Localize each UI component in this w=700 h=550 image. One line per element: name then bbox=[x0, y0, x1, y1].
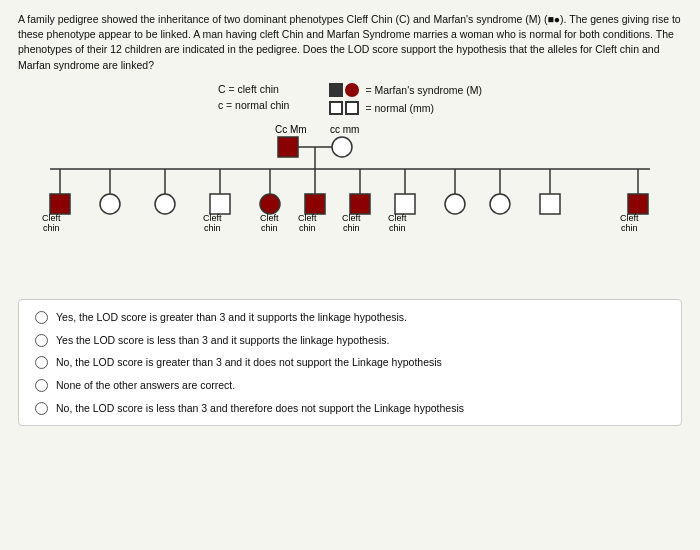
child-4-label-1: Cleft bbox=[260, 213, 279, 223]
legend-right: = Marfan's syndrome (M) = normal (mm) bbox=[329, 83, 482, 115]
intro-paragraph: A family pedigree showed the inheritance… bbox=[18, 12, 682, 73]
child-3-label-1: Cleft bbox=[203, 213, 222, 223]
child-11-label-2: chin bbox=[621, 223, 638, 233]
choice-5[interactable]: No, the LOD score is less than 3 and the… bbox=[35, 401, 665, 416]
legend-normal: = normal (mm) bbox=[329, 101, 482, 115]
child-4-symbol bbox=[260, 194, 280, 214]
child-2-symbol bbox=[155, 194, 175, 214]
child-4-label-2: chin bbox=[261, 223, 278, 233]
radio-3[interactable] bbox=[35, 356, 48, 369]
child-0-label-1: Cleft bbox=[42, 213, 61, 223]
legend-area: C = cleft chin c = normal chin = Marfan'… bbox=[18, 83, 682, 115]
child-10-symbol bbox=[540, 194, 560, 214]
normal-symbols bbox=[329, 101, 359, 115]
pedigree-diagram: Cc Mm cc mm Cleft chin bbox=[18, 119, 682, 289]
child-8-symbol bbox=[445, 194, 465, 214]
choice-3[interactable]: No, the LOD score is greater than 3 and … bbox=[35, 355, 665, 370]
legend-c-upper: C = cleft chin bbox=[218, 83, 290, 95]
child-3-label-2: chin bbox=[204, 223, 221, 233]
child-3-symbol bbox=[210, 194, 230, 214]
choice-2-text: Yes the LOD score is less than 3 and it … bbox=[56, 333, 389, 348]
child-1-symbol bbox=[100, 194, 120, 214]
child-5-symbol bbox=[305, 194, 325, 214]
normal-square2-icon bbox=[345, 101, 359, 115]
legend-marfan: = Marfan's syndrome (M) bbox=[329, 83, 482, 97]
choice-3-text: No, the LOD score is greater than 3 and … bbox=[56, 355, 442, 370]
child-7-symbol bbox=[395, 194, 415, 214]
mother-symbol bbox=[332, 137, 352, 157]
normal-square-icon bbox=[329, 101, 343, 115]
child-11-label-1: Cleft bbox=[620, 213, 639, 223]
choice-2[interactable]: Yes the LOD score is less than 3 and it … bbox=[35, 333, 665, 348]
father-genotype-label: Cc Mm bbox=[275, 124, 307, 135]
child-6-label-2: chin bbox=[343, 223, 360, 233]
radio-5[interactable] bbox=[35, 402, 48, 415]
child-5-label-2: chin bbox=[299, 223, 316, 233]
marfan-circle-icon bbox=[345, 83, 359, 97]
father-symbol bbox=[278, 137, 298, 157]
choice-1[interactable]: Yes, the LOD score is greater than 3 and… bbox=[35, 310, 665, 325]
mother-genotype-label: cc mm bbox=[330, 124, 359, 135]
choice-4-text: None of the other answers are correct. bbox=[56, 378, 235, 393]
child-0-label-2: chin bbox=[43, 223, 60, 233]
answer-choices: Yes, the LOD score is greater than 3 and… bbox=[18, 299, 682, 426]
legend-c-lower: c = normal chin bbox=[218, 99, 290, 111]
child-6-symbol bbox=[350, 194, 370, 214]
radio-2[interactable] bbox=[35, 334, 48, 347]
choice-5-text: No, the LOD score is less than 3 and the… bbox=[56, 401, 464, 416]
radio-4[interactable] bbox=[35, 379, 48, 392]
child-7-label-2: chin bbox=[389, 223, 406, 233]
legend-c-lower-text: c = normal chin bbox=[218, 99, 290, 111]
page: A family pedigree showed the inheritance… bbox=[0, 0, 700, 550]
child-5-label-1: Cleft bbox=[298, 213, 317, 223]
legend-left: C = cleft chin c = normal chin bbox=[218, 83, 290, 115]
radio-1[interactable] bbox=[35, 311, 48, 324]
child-0-symbol bbox=[50, 194, 70, 214]
child-7-label-1: Cleft bbox=[388, 213, 407, 223]
child-6-label-1: Cleft bbox=[342, 213, 361, 223]
normal-label-text: = normal (mm) bbox=[365, 102, 434, 114]
choice-1-text: Yes, the LOD score is greater than 3 and… bbox=[56, 310, 407, 325]
child-9-symbol bbox=[490, 194, 510, 214]
marfan-symbols bbox=[329, 83, 359, 97]
marfan-square-icon bbox=[329, 83, 343, 97]
legend-c-upper-text: C = cleft chin bbox=[218, 83, 279, 95]
marfan-label-text: = Marfan's syndrome (M) bbox=[365, 84, 482, 96]
choice-4[interactable]: None of the other answers are correct. bbox=[35, 378, 665, 393]
child-11-symbol bbox=[628, 194, 648, 214]
pedigree-svg: Cc Mm cc mm Cleft chin bbox=[18, 119, 682, 289]
